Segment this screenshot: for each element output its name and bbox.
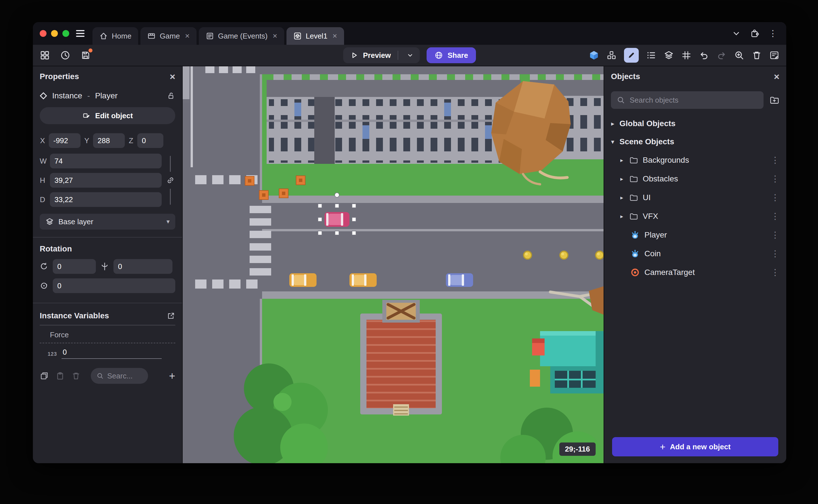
tab-close-button[interactable]: × (332, 32, 337, 40)
variable-value-row: 123 0 (40, 343, 175, 359)
object-name: CameraTarget (644, 268, 695, 277)
delete-variable-button[interactable] (71, 371, 81, 380)
variables-search-input[interactable] (107, 372, 142, 380)
edit-object-button[interactable]: Edit object (40, 107, 175, 124)
edit-mode-button[interactable] (624, 48, 639, 63)
layers-icon[interactable] (664, 50, 674, 60)
hamburger-icon (76, 30, 84, 31)
x-input[interactable] (49, 133, 81, 148)
lock-instance-button[interactable] (167, 92, 175, 100)
extensions-icon[interactable] (750, 29, 760, 38)
instances-list-icon[interactable] (606, 50, 617, 60)
paste-variable-button[interactable] (56, 371, 65, 380)
preview-options-button[interactable] (403, 52, 418, 59)
scene-editor-canvas[interactable]: 29;-116 (183, 66, 604, 463)
zoom-icon[interactable] (734, 50, 744, 60)
rotation-y-input[interactable] (113, 259, 172, 274)
brick-tower-building[interactable] (360, 300, 442, 416)
preview-button[interactable]: Preview (343, 47, 420, 63)
close-properties-button[interactable]: × (170, 72, 175, 81)
edit-object-label: Edit object (95, 111, 133, 120)
window-chevron-down-icon[interactable] (732, 29, 741, 38)
edit-object-icon (82, 111, 91, 120)
object-row-coin[interactable]: Coin ⋮ (604, 244, 786, 263)
rotation-x-input[interactable] (53, 259, 96, 274)
folder-name: Backgrounds (643, 156, 689, 165)
row-menu-button[interactable]: ⋮ (771, 156, 779, 164)
sprite-object-icon (630, 230, 640, 240)
y-label: Y (84, 136, 90, 145)
folder-icon (629, 193, 638, 202)
properties-list-icon[interactable] (646, 50, 656, 60)
undo-icon[interactable] (699, 50, 709, 60)
tab-game[interactable]: Game × (140, 27, 196, 45)
rotation-z-input[interactable] (53, 278, 175, 293)
width-input[interactable] (50, 154, 162, 168)
scene-editor-settings-icon[interactable] (769, 50, 779, 60)
depth-input[interactable] (50, 192, 162, 207)
row-menu-button[interactable]: ⋮ (771, 268, 779, 277)
global-objects-group[interactable]: ▸ Global Objects (604, 115, 786, 133)
share-button[interactable]: Share (427, 47, 476, 63)
w-label: W (40, 157, 45, 166)
tab-game-events[interactable]: Game (Events) × (199, 27, 284, 45)
scene-objects-group[interactable]: ▾ Scene Objects (604, 133, 786, 151)
3d-view-icon[interactable] (589, 50, 599, 60)
object-row-cameratarget[interactable]: CameraTarget ⋮ (604, 263, 786, 282)
open-variables-editor-button[interactable] (167, 312, 175, 320)
tab-level1[interactable]: Level1 × (286, 27, 344, 45)
objects-search[interactable] (611, 91, 764, 109)
history-icon[interactable] (60, 50, 70, 60)
minimize-window-button[interactable] (51, 30, 58, 37)
object-row-player[interactable]: Player ⋮ (604, 226, 786, 244)
add-variable-button[interactable]: + (169, 370, 175, 381)
folder-row-vfx[interactable]: ▸ VFX ⋮ (604, 207, 786, 226)
tab-close-button[interactable]: × (185, 32, 189, 40)
play-icon (350, 51, 358, 60)
row-menu-button[interactable]: ⋮ (771, 212, 779, 221)
grid-icon[interactable] (681, 50, 692, 60)
row-menu-button[interactable]: ⋮ (771, 231, 779, 239)
y-input[interactable] (93, 133, 125, 148)
delete-icon[interactable] (752, 50, 762, 60)
copy-variable-button[interactable] (40, 371, 49, 380)
layer-select[interactable]: Base layer ▾ (40, 214, 175, 230)
close-objects-button[interactable]: × (774, 72, 779, 81)
save-button[interactable] (81, 50, 91, 60)
blue-car[interactable] (446, 273, 473, 287)
row-menu-button[interactable]: ⋮ (771, 249, 779, 258)
tab-label: Game (Events) (218, 32, 268, 41)
home-icon (99, 32, 108, 40)
project-manager-icon[interactable] (40, 50, 50, 60)
folder-row-obstacles[interactable]: ▸ Obstacles ⋮ (604, 170, 786, 188)
row-menu-button[interactable]: ⋮ (771, 175, 779, 183)
instance-separator: - (87, 91, 90, 100)
tab-close-button[interactable]: × (272, 32, 277, 40)
redo-icon[interactable] (717, 50, 727, 60)
tab-home[interactable]: Home (92, 27, 138, 45)
layers-small-icon (45, 217, 54, 226)
rotation-handle[interactable] (335, 193, 339, 197)
scene-render[interactable] (183, 66, 604, 463)
lock-aspect-ratio-button[interactable] (166, 176, 175, 185)
height-input[interactable] (50, 173, 162, 188)
window-more-menu[interactable]: ⋮ (769, 29, 777, 38)
main-menu-button[interactable] (76, 30, 84, 37)
z-input[interactable] (137, 133, 163, 148)
folder-icon (629, 174, 638, 183)
close-window-button[interactable] (40, 30, 46, 37)
player-car-instance[interactable] (324, 212, 349, 227)
objects-search-input[interactable] (630, 96, 758, 105)
titlebar: Home Game × Game (Events) × Level1 × (33, 22, 786, 45)
rotation-row-1 (33, 257, 182, 276)
variables-search[interactable] (91, 368, 148, 384)
row-menu-button[interactable]: ⋮ (771, 193, 779, 202)
folder-row-backgrounds[interactable]: ▸ Backgrounds ⋮ (604, 151, 786, 170)
folder-row-ui[interactable]: ▸ UI ⋮ (604, 188, 786, 207)
add-new-object-button[interactable]: + Add a new object (612, 437, 778, 456)
add-folder-button[interactable] (769, 95, 779, 105)
preview-label: Preview (363, 51, 391, 60)
variable-value[interactable]: 0 (62, 348, 162, 359)
variable-name[interactable]: Force (40, 325, 175, 343)
fullscreen-window-button[interactable] (62, 30, 69, 37)
